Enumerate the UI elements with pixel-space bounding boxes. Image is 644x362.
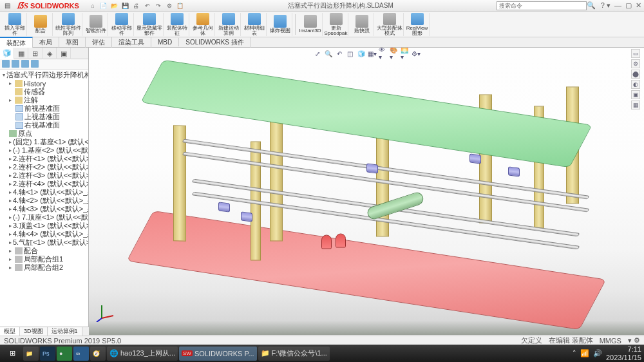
taskbar-clock[interactable]: 7:11 2023/11/15 — [606, 345, 641, 361]
tree-plane-right[interactable]: 右视基准面 — [1, 121, 87, 129]
qat-print-icon[interactable]: 🖨 — [132, 1, 141, 10]
model-bushing — [366, 164, 378, 174]
qat-home-icon[interactable]: ⌂ — [88, 1, 97, 10]
system-tray[interactable]: ˄ 📶 🔊 7:11 2023/11/15 — [573, 345, 641, 361]
filter-icon-3[interactable] — [21, 60, 29, 68]
zoom-fit-icon[interactable]: ⤢ — [313, 49, 322, 58]
ribbon-show-hide[interactable]: 显示隐藏零部件 — [135, 13, 164, 36]
model-tabs: 模型 3D视图 运动算例1 — [0, 327, 89, 336]
ribbon-exploded-view[interactable]: 爆炸视图 — [268, 13, 292, 36]
maximize-icon[interactable]: ▢ — [625, 1, 632, 10]
taskbar-folder[interactable]: 📁F:\微信公众号\1... — [258, 347, 330, 361]
sw-icon: ▤ — [3, 1, 12, 10]
model-cylinder — [366, 191, 425, 221]
taskbar-app[interactable]: 🧭 — [90, 347, 106, 361]
minimize-icon[interactable]: — — [614, 1, 621, 10]
tab-model[interactable]: 模型 — [0, 327, 20, 336]
close-icon[interactable]: ✕ — [636, 1, 641, 10]
view-settings-icon[interactable]: ⚙▾ — [412, 49, 421, 58]
feature-tree[interactable]: ▾活塞式平行四边形升降机构 (默认<默认... ▸History 传感器 ▸注解… — [0, 70, 88, 335]
tray-network-icon[interactable]: 📶 — [580, 349, 589, 357]
ribbon-insert-component[interactable]: 插入零部件 — [3, 13, 27, 36]
hud-appearance-icon[interactable]: ⬤ — [631, 70, 640, 79]
taskbar-app[interactable]: ∞ — [73, 347, 89, 361]
hud-dialog-icon[interactable]: ▭ — [631, 49, 640, 58]
ribbon-move-component[interactable]: 移动零部件 — [109, 13, 134, 36]
feature-manager-panel: 🧊 ▦ ⊞ ◈ ▣ ▾活塞式平行四边形升降机构 (默认<默认... ▸Histo… — [0, 48, 89, 335]
zoom-area-icon[interactable]: 🔍 — [324, 49, 333, 58]
qat-new-icon[interactable]: 📄 — [99, 1, 108, 10]
tab-render[interactable]: 渲染工具 — [112, 37, 151, 48]
tray-chevron-icon[interactable]: ˄ — [573, 349, 576, 357]
ribbon-realview[interactable]: RealView图形 — [405, 13, 430, 36]
filter-icon-2[interactable] — [12, 60, 19, 68]
hud-scene-icon[interactable]: ◐ — [631, 80, 640, 89]
tray-volume-icon[interactable]: 🔊 — [593, 349, 602, 357]
model-bushing — [218, 202, 230, 213]
edit-appearance-icon[interactable]: 🎨▾ — [390, 49, 399, 58]
qat-save-icon[interactable]: 💾 — [121, 1, 130, 10]
qat-redo-icon[interactable]: ↷ — [154, 1, 163, 10]
hud-decal-icon[interactable]: ▣ — [631, 90, 640, 99]
view-triad[interactable] — [95, 303, 115, 322]
search-icon[interactable]: 🔍 — [587, 1, 596, 10]
taskbar-photoshop[interactable]: Ps — [40, 347, 55, 361]
ribbon: 插入零部件 配合 线性零部件阵列 智能扣件 移动零部件 显示隐藏零部件 装配体特… — [0, 12, 644, 37]
tab-mbd[interactable]: MBD — [151, 38, 179, 46]
tab-assembly[interactable]: 装配体 — [0, 37, 33, 48]
graphics-viewport[interactable]: ⤢ 🔍 ↶ ◫ 🧊 ▦▾ 👁▾ 🎨▾ 🌅▾ ⚙▾ ▭ ⚙ ⬤ ◐ ▣ ▦ — [89, 48, 644, 335]
help-icon[interactable]: ? ▾ — [601, 1, 611, 10]
tab-3dview[interactable]: 3D视图 — [20, 327, 48, 336]
ribbon-large-assembly[interactable]: 大型装配体模式 — [375, 13, 404, 36]
view-orient-icon[interactable]: 🧊 — [357, 49, 366, 58]
tree-root[interactable]: ▾活塞式平行四边形升降机构 (默认<默认... — [1, 71, 87, 79]
ribbon-snapshot[interactable]: 贴快照 — [350, 13, 374, 36]
search-input[interactable] — [497, 1, 587, 10]
start-button[interactable]: ⊞ — [3, 347, 22, 361]
hud-gear-icon[interactable]: ⚙ — [631, 59, 640, 68]
prev-view-icon[interactable]: ↶ — [335, 49, 344, 58]
tab-evaluate[interactable]: 评估 — [86, 37, 112, 48]
tree-sensors[interactable]: 传感器 — [1, 88, 87, 96]
taskbar-browser[interactable]: 🌐hao123_上网从... — [107, 347, 178, 361]
globe-icon: 🌐 — [109, 349, 118, 357]
ribbon-instant3d[interactable]: Instant3D — [298, 13, 323, 36]
qat-undo-icon[interactable]: ↶ — [143, 1, 152, 10]
section-view-icon[interactable]: ◫ — [346, 49, 355, 58]
tab-addins[interactable]: SOLIDWORKS 插件 — [179, 37, 251, 48]
apply-scene-icon[interactable]: 🌅▾ — [401, 49, 410, 58]
model-bushing — [241, 212, 252, 222]
panel-tab-display-icon[interactable]: ◈ — [43, 48, 57, 59]
ribbon-speedpak[interactable]: 更新Speedpak — [324, 13, 348, 36]
qat-rebuild-icon[interactable]: 📋 — [176, 1, 185, 10]
panel-tab-feature-tree-icon[interactable]: 🧊 — [0, 48, 14, 59]
model-bushing — [508, 167, 520, 177]
panel-tab-property-icon[interactable]: ▦ — [14, 48, 28, 59]
ribbon-motion-study[interactable]: 新建运动算例 — [216, 13, 241, 36]
tree-mate-group[interactable]: ▸局部配合组2 — [1, 263, 87, 272]
qat-options-icon[interactable]: ⚙ — [165, 1, 174, 10]
hide-show-icon[interactable]: 👁▾ — [379, 49, 388, 58]
panel-tab-other-icon[interactable]: ▣ — [57, 48, 71, 59]
ribbon-smart-fasteners[interactable]: 智能扣件 — [84, 13, 108, 36]
hud-display-icon[interactable]: ▦ — [631, 100, 640, 110]
display-style-icon[interactable]: ▦▾ — [368, 49, 377, 58]
tab-layout[interactable]: 布局 — [33, 37, 59, 48]
status-gear-icon[interactable]: ▾ ⚙ — [628, 336, 640, 345]
qat-open-icon[interactable]: 📂 — [110, 1, 119, 10]
filter-icon-1[interactable] — [2, 60, 10, 68]
filter-icon-4[interactable] — [31, 60, 39, 68]
tree-part[interactable]: ▸5.气缸<1> (默认<<默认>_显示状... — [1, 238, 87, 247]
taskbar-solidworks[interactable]: SWSOLIDWORKS P... — [179, 347, 257, 361]
ribbon-mate[interactable]: 配合 — [28, 13, 53, 36]
status-units[interactable]: MMGS — [600, 337, 621, 345]
taskbar-explorer[interactable]: 📁 — [23, 347, 39, 361]
ribbon-bom[interactable]: 材料明细表 — [242, 13, 267, 36]
tab-motion-study[interactable]: 运动算例1 — [48, 327, 82, 336]
panel-tab-config-icon[interactable]: ⊞ — [28, 48, 43, 59]
taskbar-app[interactable]: ● — [57, 347, 72, 361]
ribbon-assembly-features[interactable]: 装配体特征 — [165, 13, 189, 36]
ribbon-pattern[interactable]: 线性零部件阵列 — [54, 13, 82, 36]
ribbon-reference-geom[interactable]: 参考几何体 — [191, 13, 215, 36]
tab-sketch[interactable]: 草图 — [59, 37, 86, 48]
